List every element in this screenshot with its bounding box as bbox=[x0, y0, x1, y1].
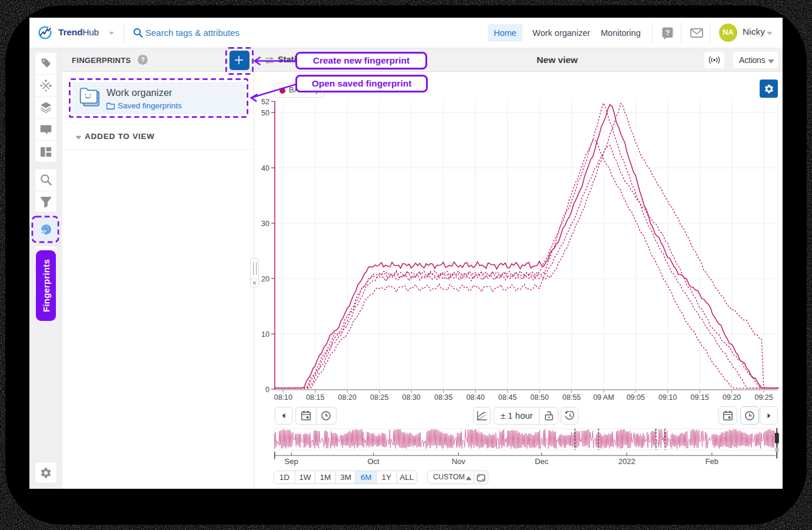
trend-chart[interactable]: 010203040505208:1008:1508:2008:2508:3008… bbox=[254, 72, 783, 424]
fingerprints-tab[interactable]: Fingerprints bbox=[36, 250, 56, 321]
mail-icon[interactable] bbox=[690, 28, 703, 38]
lock-open-icon bbox=[544, 411, 553, 421]
zoom-preset-6m[interactable]: 6M bbox=[355, 471, 376, 483]
sidebar-tool-dashboards[interactable] bbox=[35, 140, 57, 163]
desktop-background: {"colors":{"accent_blue":"#1b74d1","butt… bbox=[0, 0, 812, 530]
layers-icon bbox=[40, 101, 52, 113]
sidebar-tool-search[interactable] bbox=[35, 168, 57, 191]
svg-text:09 AM: 09 AM bbox=[593, 393, 614, 402]
brand-wordmark[interactable]: TrendHub bbox=[58, 27, 99, 38]
sidebar-tool-fingerprints[interactable] bbox=[35, 218, 57, 241]
app-window: TrendHub Search tags & attributes Home W… bbox=[29, 18, 783, 489]
zoom-preset-3m[interactable]: 3M bbox=[335, 471, 356, 483]
context-end-time-group bbox=[740, 406, 759, 425]
sidebar-card-primary bbox=[35, 52, 57, 163]
zoom-preset-group: 1D1W1M3M6M1YALL bbox=[274, 471, 417, 484]
zoom-preset-1y[interactable]: 1Y bbox=[376, 471, 397, 483]
folder-item-subtitle[interactable]: Saved fingerprints bbox=[107, 101, 182, 110]
context-lock-button[interactable] bbox=[539, 408, 558, 424]
svg-text:Feb: Feb bbox=[705, 457, 718, 466]
sidebar-tool-comments[interactable] bbox=[35, 118, 57, 141]
nav-tab-home[interactable]: Home bbox=[488, 24, 523, 42]
timeline-overview[interactable]: SepOctNovDec2022Feb bbox=[268, 425, 780, 469]
swap-arrows-icon[interactable] bbox=[265, 57, 274, 64]
svg-text:Nov: Nov bbox=[452, 457, 466, 466]
svg-text:09:15: 09:15 bbox=[691, 393, 709, 402]
apply-to-context-button[interactable] bbox=[474, 471, 488, 483]
y-axis-scale-handle[interactable] bbox=[250, 258, 259, 287]
zoom-preset-1w[interactable]: 1W bbox=[295, 471, 315, 483]
sidebar-tool-tags[interactable] bbox=[35, 52, 57, 74]
top-navbar: TrendHub Search tags & attributes Home W… bbox=[29, 18, 783, 48]
sidebar-card-secondary bbox=[35, 168, 57, 213]
svg-text:0: 0 bbox=[265, 386, 269, 394]
clock-icon bbox=[321, 411, 331, 421]
svg-text:10: 10 bbox=[261, 330, 269, 339]
svg-text:Dec: Dec bbox=[535, 457, 549, 466]
create-fingerprint-button[interactable] bbox=[229, 51, 249, 70]
chart-settings-button[interactable] bbox=[760, 80, 778, 98]
nav-tab-monitoring[interactable]: Monitoring bbox=[595, 24, 647, 42]
context-end-calendar-group bbox=[718, 406, 737, 425]
gear-icon bbox=[40, 466, 52, 479]
section-collapse-caret-icon[interactable] bbox=[75, 135, 82, 140]
sidebar-tool-layers[interactable] bbox=[35, 96, 57, 118]
zoom-preset-1d[interactable]: 1D bbox=[274, 471, 295, 483]
context-time-end-button[interactable] bbox=[741, 407, 758, 424]
search-input[interactable]: Search tags & attributes bbox=[145, 28, 239, 38]
fingerprints-panel: Work organizer Saved fingerprints ADDED … bbox=[62, 72, 254, 489]
folder-smiley-icon bbox=[79, 87, 102, 110]
sidebar-tool-calculations[interactable] bbox=[35, 74, 57, 97]
svg-text:52: 52 bbox=[261, 98, 269, 106]
context-duration-group: ± 1 hour bbox=[494, 407, 558, 425]
tag-color-dot bbox=[279, 88, 285, 94]
context-time-start-button[interactable] bbox=[316, 408, 336, 424]
broadcast-icon bbox=[708, 56, 720, 64]
trendhub-logo-icon bbox=[38, 26, 52, 39]
close-scale-icon[interactable] bbox=[252, 281, 257, 285]
help-glyph: ? bbox=[665, 29, 670, 37]
context-prev-button[interactable] bbox=[275, 407, 292, 425]
svg-text:08:10: 08:10 bbox=[274, 393, 292, 402]
compare-trends-button[interactable] bbox=[473, 407, 491, 425]
svg-text:Oct: Oct bbox=[368, 457, 380, 466]
saved-fingerprint-folder-item[interactable]: Work organizer Saved fingerprints bbox=[72, 82, 245, 114]
context-calendar-start-button[interactable] bbox=[296, 408, 316, 424]
nav-tab-work-organizer[interactable]: Work organizer bbox=[527, 24, 596, 42]
trend-compare-icon bbox=[477, 411, 487, 421]
svg-text:09:25: 09:25 bbox=[754, 393, 773, 402]
live-mode-button[interactable] bbox=[704, 52, 724, 68]
zoom-preset-1m[interactable]: 1M bbox=[315, 471, 335, 483]
navbar-divider bbox=[681, 22, 681, 44]
sidebar-settings[interactable] bbox=[35, 462, 57, 483]
user-menu-caret-icon[interactable] bbox=[766, 31, 773, 36]
sidebar-tool-filter[interactable] bbox=[35, 191, 57, 213]
context-next-button[interactable] bbox=[760, 406, 778, 425]
section-label: ADDED TO VIEW bbox=[85, 132, 155, 141]
svg-text:30: 30 bbox=[261, 220, 269, 228]
sidebar-card-settings bbox=[35, 462, 57, 483]
svg-text:08:20: 08:20 bbox=[338, 393, 357, 402]
brand-caret-icon[interactable] bbox=[108, 31, 115, 35]
user-name[interactable]: Nicky bbox=[743, 26, 765, 37]
context-calendar-end-button[interactable] bbox=[719, 407, 737, 424]
fingerprint-icon bbox=[40, 223, 52, 236]
svg-text:08:25: 08:25 bbox=[370, 393, 388, 402]
search-icon bbox=[133, 28, 143, 38]
help-icon[interactable]: ? bbox=[662, 27, 673, 40]
panel-title: FINGERPRINTS bbox=[72, 56, 131, 65]
comment-icon bbox=[40, 124, 52, 135]
custom-range-button[interactable]: CUSTOM bbox=[428, 471, 474, 483]
context-history-button[interactable] bbox=[561, 407, 578, 425]
context-duration-button[interactable]: ± 1 hour bbox=[494, 408, 539, 424]
view-title: New view bbox=[498, 55, 616, 65]
added-to-view-section[interactable]: ADDED TO VIEW bbox=[62, 127, 254, 150]
user-avatar[interactable]: NA bbox=[719, 24, 737, 42]
panel-help-icon[interactable]: ? bbox=[138, 55, 148, 65]
drag-grip-icon bbox=[253, 262, 257, 275]
actions-button[interactable]: Actions bbox=[733, 52, 778, 68]
actions-caret-icon bbox=[767, 59, 775, 64]
zoom-preset-all[interactable]: ALL bbox=[397, 471, 417, 483]
svg-text:Sep: Sep bbox=[285, 457, 298, 466]
svg-text:40: 40 bbox=[261, 164, 269, 173]
